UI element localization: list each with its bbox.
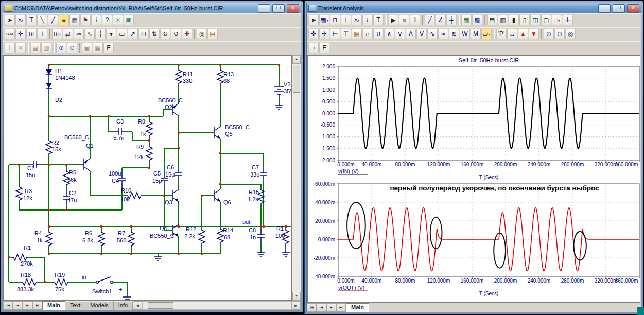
panel-grid-button[interactable]: ◫	[530, 15, 541, 25]
tab-scroll-button-1[interactable]: ◀	[317, 303, 326, 312]
wave-4-button[interactable]: W	[460, 29, 470, 39]
tab-scroll-button-3[interactable]: ▶|	[32, 301, 42, 310]
tab-models[interactable]: Models	[85, 301, 113, 310]
data-points-button[interactable]: ▦	[461, 15, 472, 25]
x-range-button[interactable]: ↔	[507, 29, 517, 39]
sine-upper-button[interactable]: ∩	[362, 29, 373, 39]
box-button[interactable]: ⊡	[138, 29, 149, 39]
scroll-up-button[interactable]: ▲	[292, 55, 301, 64]
grid-dots-button[interactable]: ┋	[95, 29, 106, 39]
crosshair-button[interactable]: ✛	[563, 15, 573, 25]
plot-canvas[interactable]: 0.000m40.000m80.000m120.000m160.000m200.…	[308, 56, 640, 303]
minimize-button[interactable]: –	[598, 4, 611, 13]
rotate-cw-button[interactable]: ↻	[160, 29, 170, 39]
series-label[interactable]: v(OUT) (V)	[338, 285, 364, 291]
maximize-button[interactable]: ❐	[613, 4, 625, 13]
schematic-canvas[interactable]: D11N4148D2R11330R1368V235VBC560_CQ2BC550…	[3, 55, 292, 301]
rotate-ccw-button[interactable]: ↺	[171, 29, 181, 39]
help-book-button[interactable]: ▤	[207, 29, 218, 39]
help-mode-button[interactable]: ?	[102, 15, 112, 25]
plot-area[interactable]: 0.000m40.000m80.000m120.000m160.000m200.…	[307, 55, 640, 303]
vertical-scrollbar[interactable]: ▲ ▼	[292, 55, 301, 301]
port-button[interactable]: ⊞	[26, 29, 37, 39]
cursor-mode-button[interactable]: ✜	[308, 29, 319, 39]
line-tool-button[interactable]: ╱	[425, 15, 435, 25]
mirror-button[interactable]: ⇅	[149, 29, 160, 39]
wave-5-button[interactable]: M	[471, 29, 481, 39]
panel-left-button[interactable]: ▮	[509, 15, 519, 25]
color-grid-button[interactable]: ▦	[352, 29, 362, 39]
image-tool-button[interactable]: ▣	[124, 15, 134, 25]
tab-main[interactable]: Main	[346, 303, 369, 312]
zoom-area-button[interactable]: ◎	[565, 29, 576, 39]
step-button[interactable]: ↗	[128, 29, 138, 39]
panel-right-button[interactable]: ▯	[519, 15, 530, 25]
display-options-button[interactable]: ▾	[106, 29, 116, 39]
vertical-scroll-track[interactable]	[292, 64, 301, 292]
tab-scroll-button-0[interactable]: |◀	[307, 303, 317, 312]
select-box-button[interactable]: ▭	[117, 29, 127, 39]
tag-button[interactable]: ≀	[362, 15, 373, 25]
minimize-button[interactable]: –	[258, 4, 270, 13]
line-mode-button[interactable]: ╱	[48, 15, 58, 25]
annotation-note-button[interactable]: ≡	[59, 15, 69, 25]
split-horizontal-button[interactable]: ▥	[498, 15, 508, 25]
token-grid-button[interactable]: ▩	[472, 15, 482, 25]
toggle-on-button[interactable]: ON	[74, 29, 84, 39]
tab-scroll-button-0[interactable]: |◀	[3, 301, 13, 310]
angle-tool-button[interactable]: ∠	[436, 15, 446, 25]
find-part-button[interactable]: ⊞▾	[52, 29, 62, 39]
scroll-down-button[interactable]: ▼	[292, 292, 301, 301]
waveform-button[interactable]: ∿	[352, 15, 362, 25]
p-key-label[interactable]: 'P'	[496, 29, 507, 39]
flip-button[interactable]: ⇄	[63, 29, 73, 39]
window-arrange-button[interactable]: □▾	[552, 15, 562, 25]
panel-empty-button[interactable]: ▢	[541, 15, 551, 25]
select-tool[interactable]: ➤	[5, 15, 15, 25]
select-tool[interactable]: ➤	[308, 15, 319, 25]
scroll-right-button[interactable]: ▶	[291, 301, 301, 310]
pin-connect-button[interactable]: ✛	[15, 29, 26, 39]
zoom-in-button[interactable]: ⊕	[544, 29, 554, 39]
zoom-out-button[interactable]: ⊖	[67, 43, 77, 53]
info-mode-button[interactable]: i	[91, 15, 101, 25]
folder-button[interactable]: ▱▾	[481, 29, 492, 39]
tab-main[interactable]: Main	[42, 301, 65, 310]
point-tag-button[interactable]: ✛	[319, 29, 329, 39]
add-curve-button[interactable]: ▦▾	[319, 15, 329, 25]
wave-3-button[interactable]: ≋	[449, 29, 459, 39]
close-button[interactable]: ✕	[627, 4, 639, 13]
run-button[interactable]: ▶	[388, 15, 398, 25]
peak-button[interactable]: ∧	[384, 29, 394, 39]
font-button[interactable]: F	[103, 43, 114, 53]
tab-scroll-button-1[interactable]: ◀	[13, 301, 23, 310]
horizontal-scroll-thumb[interactable]	[148, 302, 173, 309]
horizontal-tag-button[interactable]: ⊢	[330, 29, 340, 39]
font-button[interactable]: F	[319, 43, 329, 53]
cursor-lines-button[interactable]: ┼	[446, 15, 457, 25]
zoom-in-button[interactable]: ⊕	[56, 43, 66, 53]
schematic-window-titlebar[interactable]: C:\MC9\DATA\Petrov\switching distortion\…	[3, 3, 301, 13]
axes-button[interactable]: ⊥	[341, 15, 351, 25]
preferences-gears-button[interactable]: ✳	[113, 15, 123, 25]
wave-1-button[interactable]: ∿	[427, 29, 438, 39]
scope-mode-button[interactable]: ⊓	[330, 15, 340, 25]
maximize-button[interactable]: ❐	[272, 4, 285, 13]
next-down-button[interactable]: ▼	[529, 29, 539, 39]
analysis-window-titlebar[interactable]: Transient Analysis – ❐ ✕	[307, 3, 641, 13]
vertical-tag-button[interactable]: ⊤	[341, 29, 351, 39]
valley-button[interactable]: ∨	[395, 29, 405, 39]
vertical-scroll-thumb[interactable]	[293, 65, 300, 93]
component-mode-button[interactable]: ∿	[15, 15, 26, 25]
one-plot-button[interactable]: ▤	[487, 15, 497, 25]
text-tool-button[interactable]: T	[373, 15, 384, 25]
series-label[interactable]: v(IN) (V)	[338, 168, 359, 174]
sine-lower-button[interactable]: ∪	[373, 29, 384, 39]
tab-scroll-button-3[interactable]: ▶|	[336, 303, 346, 312]
wire-mode-button[interactable]: ╲	[37, 15, 47, 25]
macro-chip-button[interactable]: ▦	[69, 15, 80, 25]
close-button[interactable]: ✕	[287, 4, 299, 13]
ground-button[interactable]: ⊥	[37, 29, 47, 39]
scroll-left-button[interactable]: ◀	[133, 301, 142, 310]
high-button[interactable]: Λ	[406, 29, 416, 39]
